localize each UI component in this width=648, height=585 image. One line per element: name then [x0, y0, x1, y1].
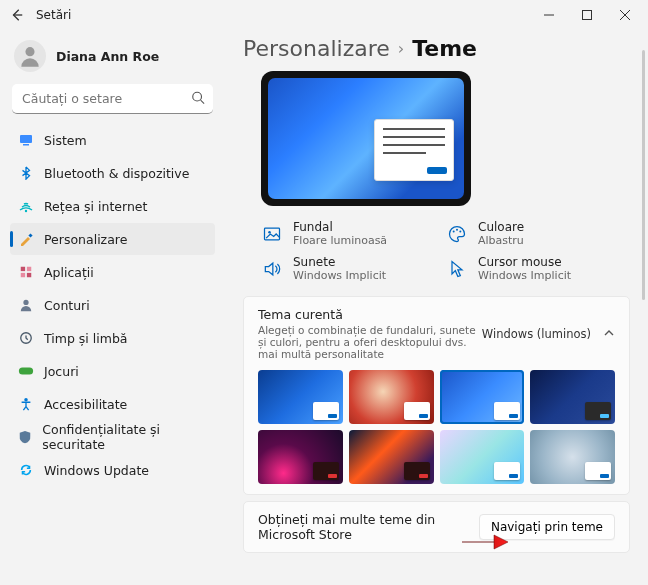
sidebar-item-bluetooth[interactable]: Bluetooth & dispozitive [10, 157, 215, 189]
svg-point-5 [25, 210, 27, 212]
theme-mini-window [313, 402, 339, 420]
aplicatii-icon [18, 264, 34, 280]
sidebar-item-label: Sistem [44, 133, 87, 148]
sidebar-item-label: Conturi [44, 298, 90, 313]
theme-magenta-dark[interactable] [258, 430, 343, 484]
theme-mini-window [494, 462, 520, 480]
theme-mini-window [313, 462, 339, 480]
svg-point-14 [24, 398, 28, 402]
theme-santa-red[interactable] [349, 370, 434, 424]
search-input[interactable] [12, 84, 213, 114]
sidebar-item-conturi[interactable]: Conturi [10, 289, 215, 321]
jocuri-icon [18, 363, 34, 379]
theme-mini-window [404, 402, 430, 420]
user-account[interactable]: Diana Ann Roe [10, 34, 215, 84]
cursor-icon [446, 258, 468, 280]
theme-silver-swirl[interactable] [530, 430, 615, 484]
sidebar-item-update[interactable]: Windows Update [10, 454, 215, 486]
sidebar-item-retea[interactable]: Rețea și internet [10, 190, 215, 222]
page-title: Teme [412, 36, 477, 61]
cursor-label: Cursor mouse [478, 255, 571, 269]
svg-point-2 [193, 92, 202, 101]
accesibilitate-icon [18, 396, 34, 412]
scrollbar[interactable] [642, 50, 645, 300]
main-content: Personalizare › Teme FundalFloare lumino… [225, 30, 648, 585]
bluetooth-icon [18, 165, 34, 181]
sidebar-item-label: Windows Update [44, 463, 149, 478]
sistem-icon [18, 132, 34, 148]
speaker-icon [261, 258, 283, 280]
current-theme-subtitle: Alegeți o combinație de fundaluri, sunet… [258, 324, 482, 360]
close-button[interactable] [606, 2, 644, 28]
sidebar-item-aplicatii[interactable]: Aplicații [10, 256, 215, 288]
svg-rect-6 [28, 233, 32, 237]
theme-mini-window [585, 462, 611, 480]
svg-rect-13 [19, 367, 33, 374]
svg-rect-7 [21, 267, 25, 271]
titlebar: Setări [0, 0, 648, 30]
preview-wallpaper [268, 78, 464, 199]
theme-mini-window [404, 462, 430, 480]
theme-win-dark[interactable] [530, 370, 615, 424]
nav-list: SistemBluetooth & dispozitiveRețea și in… [10, 124, 215, 487]
sidebar-item-personalizare[interactable]: Personalizare [10, 223, 215, 255]
svg-point-17 [453, 230, 455, 232]
sounds-link[interactable]: SuneteWindows Implicit [261, 255, 426, 282]
current-theme-header[interactable]: Tema curentă Alegeți o combinație de fun… [244, 297, 629, 370]
person-icon [17, 43, 43, 69]
store-text: Obțineți mai multe teme din Microsoft St… [258, 512, 479, 542]
close-icon [620, 10, 630, 20]
conturi-icon [18, 297, 34, 313]
cursor-link[interactable]: Cursor mouseWindows Implicit [446, 255, 611, 282]
palette-icon [446, 223, 468, 245]
search-box[interactable] [12, 84, 213, 114]
minimize-button[interactable] [530, 2, 568, 28]
sidebar-item-label: Jocuri [44, 364, 79, 379]
personalizare-icon [18, 231, 34, 247]
sidebar-item-label: Confidențialitate și securitate [42, 422, 207, 452]
retea-icon [18, 198, 34, 214]
chevron-right-icon: › [398, 39, 404, 58]
browse-themes-button[interactable]: Navigați prin teme [479, 514, 615, 540]
svg-rect-9 [21, 273, 25, 277]
color-link[interactable]: CuloareAlbastru [446, 220, 611, 247]
theme-summary: FundalFloare luminoasă CuloareAlbastru S… [261, 220, 611, 282]
theme-win-light[interactable] [440, 370, 525, 424]
sidebar-item-label: Accesibilitate [44, 397, 127, 412]
avatar [14, 40, 46, 72]
svg-point-19 [459, 230, 461, 232]
color-label: Culoare [478, 220, 524, 234]
theme-mini-window [585, 402, 611, 420]
confidentialitate-icon [18, 429, 32, 445]
svg-point-11 [23, 300, 28, 305]
search-icon [191, 90, 205, 109]
current-theme-value: Windows (luminos) [482, 327, 591, 341]
sidebar-item-timp[interactable]: Timp și limbă [10, 322, 215, 354]
background-link[interactable]: FundalFloare luminoasă [261, 220, 426, 247]
cursor-value: Windows Implicit [478, 269, 571, 282]
svg-rect-4 [23, 144, 29, 146]
timp-icon [18, 330, 34, 346]
sidebar-item-accesibilitate[interactable]: Accesibilitate [10, 388, 215, 420]
sidebar-item-sistem[interactable]: Sistem [10, 124, 215, 156]
sidebar-item-jocuri[interactable]: Jocuri [10, 355, 215, 387]
theme-pastel-flow[interactable] [440, 430, 525, 484]
maximize-button[interactable] [568, 2, 606, 28]
current-theme-title: Tema curentă [258, 307, 482, 322]
minimize-icon [544, 10, 554, 20]
current-theme-card: Tema curentă Alegeți o combinație de fun… [243, 296, 630, 495]
theme-win-blue-glow[interactable] [258, 370, 343, 424]
sidebar-item-label: Rețea și internet [44, 199, 147, 214]
back-button[interactable] [4, 2, 30, 28]
svg-rect-0 [583, 11, 592, 20]
breadcrumb-parent[interactable]: Personalizare [243, 36, 390, 61]
sidebar-item-confidentialitate[interactable]: Confidențialitate și securitate [10, 421, 215, 453]
sounds-value: Windows Implicit [293, 269, 386, 282]
theme-sunrise-dark[interactable] [349, 430, 434, 484]
store-card: Obțineți mai multe teme din Microsoft St… [243, 501, 630, 553]
preview-window [374, 119, 454, 181]
background-value: Floare luminoasă [293, 234, 387, 247]
sidebar-item-label: Bluetooth & dispozitive [44, 166, 189, 181]
themes-grid [244, 370, 629, 494]
back-arrow-icon [10, 8, 24, 22]
